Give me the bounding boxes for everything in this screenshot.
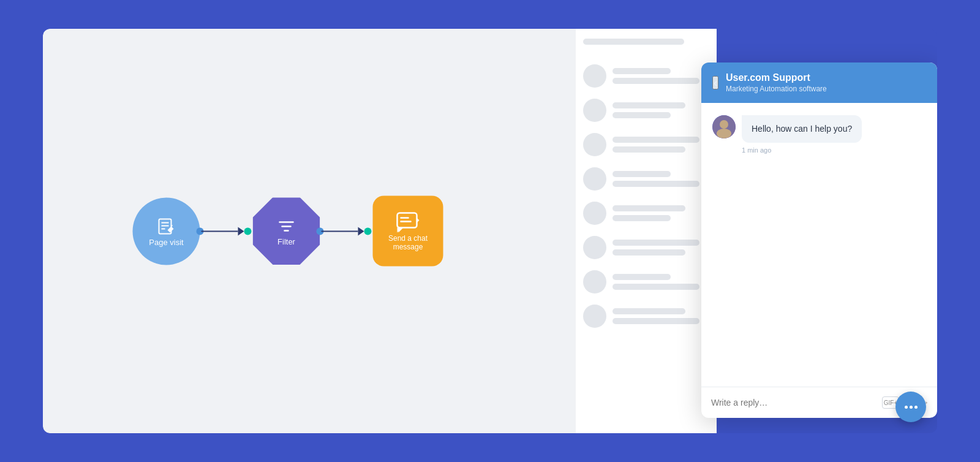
chat-header-title: User.com Support — [726, 72, 926, 83]
workflow-diagram: Page visit Filter — [133, 196, 443, 267]
dot-1 — [905, 406, 908, 409]
conn-dot-green-2 — [364, 227, 372, 235]
arrow-1 — [238, 227, 244, 235]
skeleton-header — [583, 39, 684, 45]
chat-widget-button[interactable] — [895, 392, 926, 422]
avatar-icon — [712, 115, 736, 138]
chat-timestamp-1: 1 min ago — [742, 146, 926, 154]
chat-header-info: User.com Support Marketing Automation so… — [726, 72, 926, 93]
chat-overlay: ‹ User.com Support Marketing Automation … — [701, 62, 937, 418]
skeleton-line-3b — [612, 146, 685, 153]
workflow-canvas: Page visit Filter — [43, 29, 576, 433]
skeleton-item-5 — [583, 202, 709, 225]
skeleton-line-1a — [612, 68, 671, 74]
skeleton-line-2b — [612, 112, 671, 118]
skeleton-lines-4 — [612, 171, 709, 187]
skeleton-line-7a — [612, 274, 671, 280]
skeleton-item-7 — [583, 270, 709, 293]
skeleton-line-7b — [612, 284, 699, 290]
skeleton-line-3a — [612, 137, 699, 143]
chat-icon — [396, 211, 420, 233]
node-circle-page-visit: Page visit — [133, 197, 200, 265]
chat-reply-input[interactable] — [711, 398, 877, 407]
right-panel-skeleton — [576, 29, 717, 433]
conn-line-2 — [322, 230, 358, 232]
skeleton-avatar-8 — [583, 305, 606, 328]
skeleton-avatar-7 — [583, 270, 606, 293]
skeleton-line-6a — [612, 240, 699, 246]
skeleton-line-2a — [612, 102, 685, 108]
node-send-chat-label: Send a chat message — [373, 233, 443, 251]
dot-2 — [910, 406, 913, 409]
chat-header-subtitle: Marketing Automation software — [726, 85, 926, 93]
skeleton-lines-2 — [612, 102, 709, 118]
skeleton-lines-1 — [612, 68, 709, 84]
skeleton-lines-6 — [612, 240, 709, 256]
chat-header: ‹ User.com Support Marketing Automation … — [701, 62, 937, 103]
node-page-visit-label: Page visit — [149, 238, 183, 247]
skeleton-lines-8 — [612, 308, 709, 324]
skeleton-avatar-3 — [583, 133, 606, 156]
skeleton-line-6b — [612, 249, 685, 256]
svg-point-12 — [720, 120, 728, 129]
skeleton-list — [576, 29, 717, 338]
node-filter-label: Filter — [277, 237, 295, 246]
node-square-send-chat: Send a chat message — [373, 196, 443, 267]
skeleton-line-4b — [612, 181, 699, 187]
node-page-visit[interactable]: Page visit — [133, 197, 200, 265]
chat-widget-dots — [905, 406, 918, 409]
skeleton-line-8a — [612, 308, 685, 314]
svg-rect-8 — [397, 213, 417, 227]
svg-point-13 — [717, 129, 731, 138]
connector-1 — [202, 227, 252, 235]
arrow-2 — [358, 227, 364, 235]
skeleton-item-8 — [583, 305, 709, 328]
skeleton-line-5b — [612, 215, 671, 221]
skeleton-lines-5 — [612, 205, 709, 221]
chat-message-text-1: Hello, how can I help you? — [752, 124, 852, 134]
skeleton-item-6 — [583, 236, 709, 259]
skeleton-avatar-1 — [583, 64, 606, 88]
skeleton-line-8b — [612, 318, 699, 324]
skeleton-item-1 — [583, 64, 709, 88]
skeleton-line-4a — [612, 171, 671, 177]
skeleton-avatar-5 — [583, 202, 606, 225]
skeleton-item-2 — [583, 99, 709, 122]
skeleton-avatar-6 — [583, 236, 606, 259]
conn-dot-green-1 — [244, 227, 252, 235]
chat-messages-area: Hello, how can I help you? 1 min ago — [701, 103, 937, 387]
chat-bubble-1: Hello, how can I help you? — [742, 115, 862, 143]
skeleton-item-4 — [583, 167, 709, 191]
dot-3 — [914, 406, 918, 409]
conn-line-1 — [202, 230, 238, 232]
agent-avatar-image — [712, 115, 736, 138]
node-filter[interactable]: Filter — [253, 197, 320, 265]
agent-avatar — [712, 115, 736, 138]
skeleton-line-5a — [612, 205, 685, 211]
skeleton-lines-3 — [612, 137, 709, 153]
skeleton-avatar-2 — [583, 99, 606, 122]
skeleton-lines-7 — [612, 274, 709, 290]
node-octagon-filter: Filter — [253, 197, 320, 265]
skeleton-item-3 — [583, 133, 709, 156]
filter-icon — [276, 216, 297, 237]
node-send-chat[interactable]: Send a chat message — [373, 196, 443, 267]
connector-2 — [322, 227, 372, 235]
skeleton-line-1b — [612, 78, 699, 84]
chat-message-1: Hello, how can I help you? — [712, 115, 926, 143]
skeleton-avatar-4 — [583, 167, 606, 191]
edit-icon — [156, 216, 178, 238]
chat-back-button[interactable]: ‹ — [712, 76, 718, 89]
